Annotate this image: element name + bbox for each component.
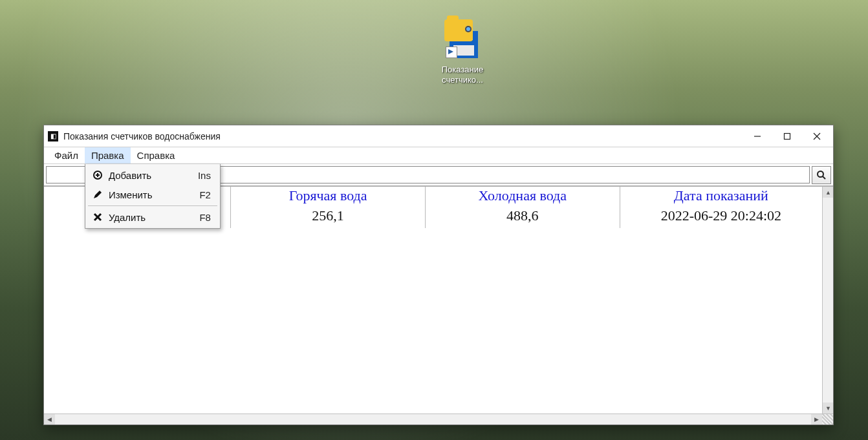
svg-line-10 xyxy=(823,176,825,179)
resize-grip-icon[interactable] xyxy=(822,414,833,425)
shortcut-label: Показание счетчико... xyxy=(442,65,484,85)
maximize-button[interactable] xyxy=(772,127,802,146)
menu-modify-label: Изменить xyxy=(105,189,186,200)
menubar: Файл Правка Добавить Ins xyxy=(44,147,833,164)
app-window: ◧ Показания счетчиков водоснабжения Файл… xyxy=(43,125,834,425)
desktop: Показание счетчико... ◧ Показания счетчи… xyxy=(0,0,868,440)
cell-hot: 256,1 xyxy=(231,206,426,228)
menu-separator xyxy=(88,205,217,206)
menu-add-accel: Ins xyxy=(185,170,211,181)
menu-delete-accel: F8 xyxy=(186,212,211,223)
maximize-icon xyxy=(783,132,791,140)
minimize-icon xyxy=(754,132,761,140)
svg-rect-1 xyxy=(785,133,790,139)
vertical-scrollbar[interactable]: ▲ ▼ xyxy=(822,187,833,414)
minimize-button[interactable] xyxy=(743,127,772,146)
scroll-down-icon[interactable]: ▼ xyxy=(823,403,833,414)
close-button[interactable] xyxy=(802,127,832,146)
menu-add-label: Добавить xyxy=(105,170,185,181)
desktop-shortcut[interactable]: Показание счетчико... xyxy=(430,19,495,85)
col-cold[interactable]: Холодная вода xyxy=(425,187,620,206)
menu-file-label: Файл xyxy=(54,150,78,161)
menu-file[interactable]: Файл xyxy=(48,147,85,163)
pencil-icon xyxy=(91,189,105,200)
close-icon xyxy=(813,132,821,140)
x-icon xyxy=(91,212,105,222)
svg-point-9 xyxy=(818,171,823,177)
menu-modify-accel: F2 xyxy=(186,189,211,200)
app-icon: ◧ xyxy=(48,131,58,141)
cell-cold: 488,6 xyxy=(425,206,620,228)
titlebar[interactable]: ◧ Показания счетчиков водоснабжения xyxy=(44,125,833,147)
menu-delete[interactable]: Удалить F8 xyxy=(85,207,220,227)
menu-edit[interactable]: Правка Добавить Ins Изменить xyxy=(85,147,131,163)
cell-date: 2022-06-29 20:24:02 xyxy=(620,206,822,228)
edit-dropdown: Добавить Ins Изменить F2 xyxy=(85,164,221,229)
menu-modify[interactable]: Изменить F2 xyxy=(85,185,220,204)
menu-delete-label: Удалить xyxy=(105,212,186,223)
scroll-up-icon[interactable]: ▲ xyxy=(823,187,833,198)
menu-add[interactable]: Добавить Ins xyxy=(85,165,220,185)
horizontal-scrollbar[interactable]: ◀ ▶ xyxy=(44,414,833,424)
menu-help[interactable]: Справка xyxy=(131,147,182,163)
shortcut-arrow-icon xyxy=(446,47,457,58)
search-button[interactable] xyxy=(812,166,831,184)
col-hot[interactable]: Горячая вода xyxy=(231,187,426,206)
menu-edit-label: Правка xyxy=(91,150,124,161)
plus-icon xyxy=(91,170,105,180)
shortcut-icon xyxy=(442,19,483,61)
scroll-right-icon[interactable]: ▶ xyxy=(811,414,822,425)
menu-help-label: Справка xyxy=(137,150,175,161)
window-title: Показания счетчиков водоснабжения xyxy=(63,131,743,141)
scroll-left-icon[interactable]: ◀ xyxy=(44,414,55,425)
col-date[interactable]: Дата показаний xyxy=(620,187,822,206)
search-icon xyxy=(816,170,827,180)
